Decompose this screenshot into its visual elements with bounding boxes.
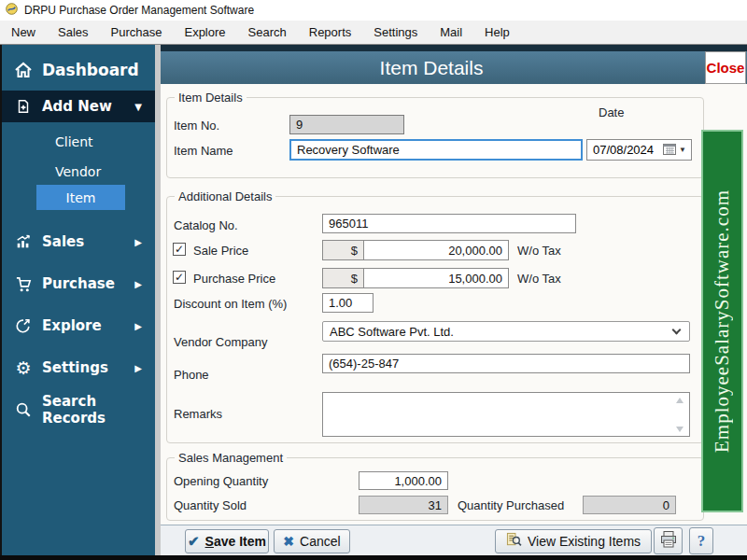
menu-sales[interactable]: Sales <box>47 21 100 43</box>
content-top-strip <box>161 45 747 51</box>
sidebar-item-vendor[interactable]: Vendor <box>2 161 157 183</box>
check-icon: ✓ <box>175 272 184 283</box>
chevron-right-icon: ▶ <box>134 237 142 247</box>
app-window: DRPU Purchase Order Management Software … <box>0 0 747 560</box>
content-header: Item Details Close <box>161 51 747 84</box>
window-title: DRPU Purchase Order Management Software <box>24 4 254 17</box>
menu-purchase[interactable]: Purchase <box>100 21 174 43</box>
item-details-legend: Item Details <box>175 91 247 105</box>
purchase-price-currency: $ <box>322 268 364 288</box>
gear-icon: ⚙ <box>13 359 34 377</box>
sale-price-field[interactable] <box>363 240 509 260</box>
quantity-sold-field[interactable] <box>359 496 448 514</box>
sidebar-label-add-new: Add New <box>42 98 112 115</box>
menu-search[interactable]: Search <box>237 21 298 43</box>
item-name-field[interactable] <box>289 139 583 161</box>
sidebar-label-vendor: Vendor <box>55 164 101 179</box>
close-button[interactable]: Close <box>705 51 746 84</box>
search-icon <box>13 401 34 418</box>
item-no-label: Item No. <box>174 119 219 133</box>
remarks-label: Remarks <box>174 407 222 421</box>
item-name-label: Item Name <box>174 144 233 158</box>
sale-price-checkbox[interactable]: ✓ <box>173 243 186 256</box>
scroll-down-icon[interactable] <box>676 427 684 432</box>
sidebar: Dashboard Add New ▼ Client Vendor Item S… <box>0 45 155 555</box>
purchase-price-checkbox[interactable]: ✓ <box>173 271 186 284</box>
date-value: 07/08/2024 <box>587 143 663 157</box>
purchase-price-field[interactable] <box>363 268 509 288</box>
chevron-right-icon: ▶ <box>134 321 142 331</box>
purchase-price-wotax-label: W/o Tax <box>517 272 561 286</box>
sidebar-item-client[interactable]: Client <box>2 131 157 153</box>
sidebar-label-client: Client <box>55 134 93 149</box>
catalog-no-label: Catalog No. <box>174 218 238 232</box>
vendor-company-label: Vendor Company <box>174 335 267 349</box>
save-item-button[interactable]: ✔ Save Item <box>185 529 269 553</box>
main-content: Item Details Close Item Details Item No.… <box>161 45 747 555</box>
view-existing-items-button[interactable]: View Existing Items <box>495 529 652 553</box>
sidebar-label-search-records: Search Records <box>42 393 157 427</box>
sidebar-item-add-new[interactable]: Add New ▼ <box>2 91 157 122</box>
quantity-purchased-field[interactable] <box>583 496 676 514</box>
opening-quantity-field[interactable] <box>359 471 448 490</box>
opening-quantity-label: Opening Quantity <box>174 474 268 488</box>
view-existing-items-label: View Existing Items <box>528 534 641 549</box>
menu-settings[interactable]: Settings <box>362 21 429 43</box>
sidebar-item-settings[interactable]: ⚙ Settings ▶ <box>2 355 157 381</box>
discount-field[interactable] <box>322 293 374 313</box>
menu-help[interactable]: Help <box>473 21 521 43</box>
chevron-down-icon <box>672 326 682 335</box>
sidebar-item-search-records[interactable]: Search Records <box>2 397 157 423</box>
check-icon: ✓ <box>175 244 184 255</box>
menu-reports[interactable]: Reports <box>298 21 363 43</box>
save-item-label: Save Item <box>205 534 266 549</box>
question-icon: ? <box>698 532 706 551</box>
sidebar-label-purchase: Purchase <box>42 275 115 292</box>
sales-chart-icon <box>13 233 34 250</box>
button-bar: ✔ Save Item ✖ Cancel View Existing Items… <box>161 525 747 555</box>
item-no-field[interactable] <box>289 115 404 134</box>
quantity-purchased-label: Quantity Purchased <box>458 498 564 512</box>
chevron-down-icon: ▼ <box>679 146 686 154</box>
menu-mail[interactable]: Mail <box>429 21 473 43</box>
sidebar-label-explore: Explore <box>42 317 102 334</box>
ad-banner[interactable]: EmployeeSalarySoftware.com <box>701 130 743 512</box>
cross-icon: ✖ <box>283 534 294 549</box>
scroll-up-icon[interactable] <box>676 398 684 403</box>
sidebar-item-item-wrap: Item <box>2 185 157 210</box>
page-title: Item Details <box>161 51 702 84</box>
sale-price-currency: $ <box>322 240 364 260</box>
menu-bar: New Sales Purchase Explore Search Report… <box>0 21 747 45</box>
catalog-no-field[interactable] <box>322 214 576 233</box>
check-icon: ✔ <box>188 533 200 550</box>
sidebar-item-dashboard[interactable]: Dashboard <box>2 56 157 84</box>
sidebar-item-purchase[interactable]: Purchase ▶ <box>2 271 157 297</box>
menu-new[interactable]: New <box>0 21 47 43</box>
print-button[interactable] <box>654 527 683 554</box>
sidebar-item-explore[interactable]: Explore ▶ <box>2 313 157 339</box>
sale-price-label: Sale Price <box>193 244 248 258</box>
cancel-button[interactable]: ✖ Cancel <box>274 529 350 553</box>
discount-label: Discount on Item (%) <box>174 297 287 311</box>
sidebar-label-settings: Settings <box>42 359 108 376</box>
phone-label: Phone <box>174 368 209 382</box>
menu-explore[interactable]: Explore <box>173 21 236 43</box>
help-button[interactable]: ? <box>689 527 713 554</box>
ad-banner-text: EmployeeSalarySoftware.com <box>711 189 734 453</box>
view-items-icon <box>506 532 522 551</box>
sidebar-item-item[interactable]: Item <box>36 185 125 210</box>
vendor-company-select[interactable]: ABC Software Pvt. Ltd. <box>322 321 690 342</box>
calendar-icon <box>663 143 676 158</box>
add-document-icon <box>13 98 34 115</box>
phone-field[interactable] <box>322 354 690 373</box>
printer-icon <box>659 530 678 552</box>
sidebar-label-item: Item <box>66 190 96 205</box>
chevron-right-icon: ▶ <box>134 363 142 373</box>
date-picker[interactable]: 07/08/2024 ▼ <box>586 139 692 161</box>
sale-price-wotax-label: W/o Tax <box>517 244 561 258</box>
sidebar-item-sales[interactable]: Sales ▶ <box>2 229 157 255</box>
window-bottom-border <box>0 555 747 560</box>
purchase-price-label: Purchase Price <box>193 272 275 286</box>
remarks-field[interactable] <box>322 392 690 437</box>
cancel-label: Cancel <box>300 534 341 549</box>
